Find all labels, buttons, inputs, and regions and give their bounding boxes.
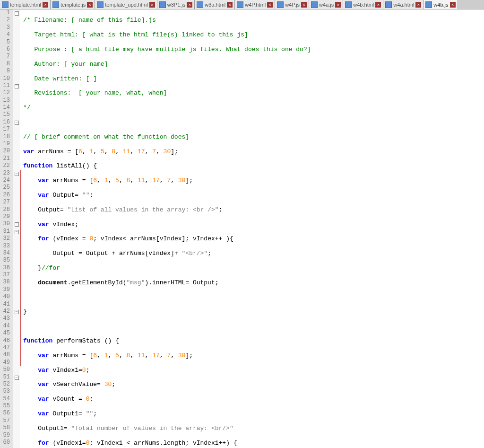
line-number-gutter: 1234567891011121314151617181920212223242… <box>0 9 13 448</box>
tab-w3a-html[interactable]: w3a.html× <box>195 0 235 9</box>
fold-toggle[interactable]: − <box>15 222 19 227</box>
fold-gutter[interactable]: −−−−−−−− <box>13 9 20 448</box>
file-icon <box>311 1 318 8</box>
fold-toggle[interactable]: − <box>15 121 19 125</box>
tab-w4b-js[interactable]: w4b.js× <box>424 0 458 9</box>
tab-w4a-html[interactable]: w4a.html× <box>383 0 424 9</box>
close-icon[interactable]: × <box>450 2 456 8</box>
tab-template-js[interactable]: template.js× <box>51 0 95 9</box>
close-icon[interactable]: × <box>267 2 273 8</box>
file-icon <box>425 1 432 8</box>
code-area[interactable]: /* Filename: [ name of this file].js Tar… <box>21 9 484 448</box>
tab-template-html[interactable]: template.html× <box>0 0 51 9</box>
close-icon[interactable]: × <box>335 2 341 8</box>
close-icon[interactable]: × <box>375 2 381 8</box>
close-icon[interactable]: × <box>227 2 233 8</box>
file-icon <box>277 1 284 8</box>
fold-toggle[interactable]: − <box>15 84 19 88</box>
file-icon <box>97 1 104 8</box>
fold-toggle[interactable]: − <box>15 11 19 16</box>
fold-toggle[interactable]: − <box>15 376 19 380</box>
close-icon[interactable]: × <box>149 2 155 8</box>
tab-w4p-html[interactable]: w4P.html× <box>235 0 275 9</box>
file-icon <box>345 1 352 8</box>
file-icon <box>197 1 203 8</box>
tab-w4a-js[interactable]: w4a.js× <box>309 0 343 9</box>
file-icon <box>52 1 59 8</box>
close-icon[interactable]: × <box>187 2 192 8</box>
close-icon[interactable]: × <box>43 2 48 8</box>
fold-toggle[interactable]: − <box>15 310 19 314</box>
code-editor[interactable]: 1234567891011121314151617181920212223242… <box>0 9 484 448</box>
close-icon[interactable]: × <box>415 2 421 8</box>
fold-toggle[interactable]: − <box>15 172 19 176</box>
tab-w4b-html[interactable]: w4b.html× <box>343 0 383 9</box>
file-icon <box>159 1 166 8</box>
close-icon[interactable]: × <box>87 2 93 8</box>
tab-bar: template.html× template.js× template_upd… <box>0 0 484 9</box>
close-icon[interactable]: × <box>301 2 307 8</box>
file-icon <box>237 1 243 8</box>
file-icon <box>385 1 392 8</box>
file-icon <box>2 1 9 8</box>
tab-w4p-js[interactable]: w4P.js× <box>275 0 309 9</box>
tab-w3p1-js[interactable]: w3P1.js× <box>157 0 195 9</box>
tab-template-upd-html[interactable]: template_upd.html× <box>95 0 157 9</box>
fold-toggle[interactable]: − <box>15 230 19 234</box>
